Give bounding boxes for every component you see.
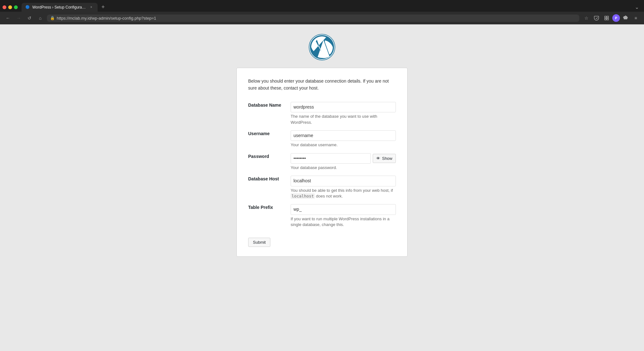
nav-bar: ← → ↺ ⌂ 🔒 ☆ P ≡ bbox=[0, 12, 644, 24]
table-prefix-input[interactable] bbox=[291, 204, 396, 215]
home-button[interactable]: ⌂ bbox=[36, 14, 44, 22]
svg-rect-3 bbox=[607, 18, 609, 20]
profile-avatar[interactable]: P bbox=[612, 14, 620, 22]
pocket-button[interactable] bbox=[592, 14, 601, 22]
eye-icon: 👁 bbox=[376, 156, 380, 161]
table-prefix-cell: If you want to run multiple WordPress in… bbox=[289, 202, 396, 230]
svg-point-5 bbox=[309, 34, 335, 60]
tab-favicon: 🔵 bbox=[25, 5, 30, 9]
reload-button[interactable]: ↺ bbox=[25, 14, 34, 22]
db-host-label: Database Host bbox=[248, 173, 289, 202]
db-host-input[interactable] bbox=[291, 176, 396, 186]
bookmark-button[interactable]: ☆ bbox=[582, 14, 591, 22]
username-label: Username bbox=[248, 128, 289, 151]
svg-rect-1 bbox=[607, 16, 609, 18]
forward-button: → bbox=[15, 14, 23, 22]
table-prefix-label: Table Prefix bbox=[248, 202, 289, 230]
tab-close-button[interactable]: × bbox=[89, 5, 94, 10]
form-container: Below you should enter your database con… bbox=[236, 68, 408, 257]
username-input[interactable] bbox=[291, 130, 396, 141]
wordpress-logo bbox=[309, 34, 335, 61]
password-input-wrap bbox=[291, 153, 371, 164]
username-cell: Your database username. bbox=[289, 128, 396, 151]
table-prefix-desc: If you want to run multiple WordPress in… bbox=[291, 216, 396, 228]
intro-text: Below you should enter your database con… bbox=[248, 78, 396, 92]
traffic-lights bbox=[3, 5, 18, 9]
db-name-cell: The name of the database you want to use… bbox=[289, 99, 396, 128]
show-password-button[interactable]: 👁 Show bbox=[373, 154, 396, 163]
db-host-cell: You should be able to get this info from… bbox=[289, 173, 396, 202]
password-row: Password 👁 Show Your database bbox=[248, 151, 396, 173]
db-name-label: Database Name bbox=[248, 99, 289, 128]
page-content: Below you should enter your database con… bbox=[0, 24, 644, 351]
new-tab-button[interactable]: + bbox=[99, 3, 107, 12]
tab-overflow-button[interactable]: ⌄ bbox=[632, 3, 641, 11]
tab-bar: 🔵 WordPress › Setup Configuration Fi… × … bbox=[0, 0, 644, 12]
address-bar[interactable]: 🔒 bbox=[47, 15, 579, 22]
nav-actions: ☆ P ≡ bbox=[582, 14, 640, 22]
db-name-desc: The name of the database you want to use… bbox=[291, 114, 396, 125]
browser-chrome: 🔵 WordPress › Setup Configuration Fi… × … bbox=[0, 0, 644, 24]
svg-rect-2 bbox=[605, 18, 606, 20]
db-host-row: Database Host You should be able to get … bbox=[248, 173, 396, 202]
back-button[interactable]: ← bbox=[4, 14, 12, 22]
url-input[interactable] bbox=[57, 16, 576, 21]
menu-button[interactable]: ≡ bbox=[631, 14, 640, 22]
username-desc: Your database username. bbox=[291, 142, 396, 148]
db-host-desc: You should be able to get this info from… bbox=[291, 188, 396, 199]
password-input-row: 👁 Show bbox=[291, 153, 396, 164]
password-desc: Your database password. bbox=[291, 165, 396, 171]
show-button-label: Show bbox=[382, 156, 392, 161]
table-prefix-row: Table Prefix If you want to run multiple… bbox=[248, 202, 396, 230]
active-tab[interactable]: 🔵 WordPress › Setup Configuration Fi… × bbox=[22, 3, 98, 12]
container-button[interactable] bbox=[602, 14, 611, 22]
username-row: Username Your database username. bbox=[248, 128, 396, 151]
minimize-window-button[interactable] bbox=[8, 5, 12, 9]
password-label: Password bbox=[248, 151, 289, 173]
tab-title: WordPress › Setup Configuration Fi… bbox=[32, 5, 86, 9]
submit-wrap: Submit bbox=[248, 236, 396, 247]
submit-button[interactable]: Submit bbox=[248, 238, 270, 247]
extensions-button[interactable] bbox=[621, 14, 630, 22]
db-name-row: Database Name The name of the database y… bbox=[248, 99, 396, 128]
close-window-button[interactable] bbox=[3, 5, 6, 9]
fullscreen-window-button[interactable] bbox=[14, 5, 18, 9]
lock-icon: 🔒 bbox=[50, 16, 55, 20]
svg-rect-0 bbox=[605, 16, 606, 18]
password-cell: 👁 Show Your database password. bbox=[289, 151, 396, 173]
password-input[interactable] bbox=[291, 153, 371, 164]
form-table: Database Name The name of the database y… bbox=[248, 99, 396, 230]
db-name-input[interactable] bbox=[291, 102, 396, 113]
